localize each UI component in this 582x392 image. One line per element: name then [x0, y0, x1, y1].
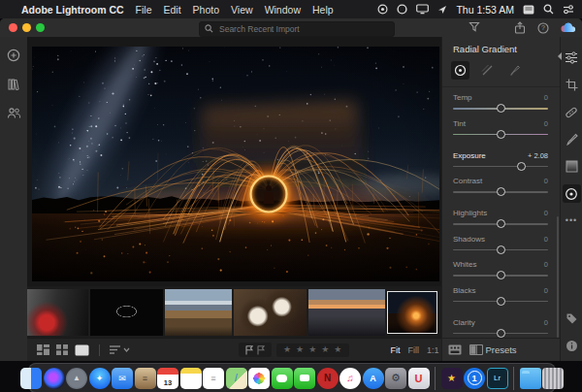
- spotlight-icon[interactable]: [543, 4, 554, 15]
- slider-track[interactable]: [453, 271, 548, 279]
- menu-help[interactable]: Help: [312, 4, 334, 16]
- grid-square-icon[interactable]: [56, 344, 68, 355]
- slider-track[interactable]: [453, 187, 548, 196]
- location-arrow-icon[interactable]: [437, 5, 447, 15]
- slider-knob[interactable]: [497, 329, 505, 338]
- grid-overlay-icon[interactable]: [448, 344, 462, 355]
- info-icon[interactable]: [563, 337, 581, 355]
- slider-track[interactable]: [453, 245, 548, 254]
- minimize-window-button[interactable]: [22, 23, 31, 32]
- dock-folder-icon[interactable]: [520, 368, 541, 389]
- slider-knob[interactable]: [497, 187, 505, 196]
- dock-facetime-icon[interactable]: [294, 368, 315, 389]
- dock-mail-icon[interactable]: ✉: [112, 368, 133, 389]
- thumb-coffee-cups[interactable]: [234, 289, 307, 336]
- zoom-mode-1-1[interactable]: 1:1: [427, 345, 439, 355]
- menu-window[interactable]: Window: [265, 4, 301, 16]
- star-icon[interactable]: ★: [334, 345, 342, 354]
- slider-track[interactable]: [453, 329, 548, 338]
- before-after-icon[interactable]: [469, 344, 483, 355]
- search-input[interactable]: [217, 23, 389, 35]
- star-icon[interactable]: ★: [308, 345, 317, 354]
- dock-reminders-icon[interactable]: ≡: [203, 368, 224, 389]
- dock-trash-icon[interactable]: [542, 368, 564, 389]
- dock-safari-icon[interactable]: ✦: [89, 368, 111, 389]
- menu-view[interactable]: View: [231, 4, 253, 16]
- display-icon[interactable]: [416, 4, 429, 15]
- linear-gradient-icon[interactable]: [563, 157, 581, 176]
- brush-tool-button[interactable]: [505, 61, 524, 80]
- dock-maps-icon[interactable]: /: [226, 368, 247, 389]
- slider-track[interactable]: [453, 130, 548, 139]
- slider-knob[interactable]: [497, 297, 505, 306]
- brush-icon[interactable]: [563, 130, 581, 148]
- filter-icon[interactable]: [469, 21, 480, 33]
- linear-gradient-tool-button[interactable]: [478, 61, 497, 80]
- thumb-red-sports-car[interactable]: [27, 289, 88, 336]
- dock-photos-icon[interactable]: [248, 368, 270, 389]
- slider-knob[interactable]: [497, 245, 505, 254]
- dock-magnet-icon[interactable]: U: [408, 368, 430, 389]
- thumb-light-painting[interactable]: [90, 289, 163, 336]
- app-status-icon[interactable]: [377, 4, 388, 15]
- dock-one-password-icon[interactable]: 1: [464, 368, 485, 389]
- more-options-icon[interactable]: •••: [563, 212, 581, 230]
- help-icon[interactable]: ?: [537, 22, 549, 34]
- app-menu-title[interactable]: Adobe Lightroom CC: [21, 4, 124, 16]
- thumb-steel-wool-fire[interactable]: [387, 291, 437, 334]
- close-window-button[interactable]: [9, 23, 17, 32]
- zoom-mode-fit[interactable]: Fit: [390, 345, 400, 355]
- dock-calendar-icon[interactable]: 13: [157, 368, 178, 389]
- dock-system-preferences-icon[interactable]: ⚙: [385, 368, 406, 389]
- dock-finder-icon[interactable]: [20, 368, 42, 389]
- healing-brush-icon[interactable]: [563, 103, 581, 121]
- single-photo-icon[interactable]: [75, 344, 89, 356]
- slider-knob[interactable]: [497, 271, 505, 279]
- add-photos-icon[interactable]: [7, 49, 20, 62]
- reject-flag-icon[interactable]: [257, 345, 265, 355]
- dock-video-editor-icon[interactable]: ★: [441, 368, 463, 389]
- slider-track[interactable]: [453, 162, 548, 171]
- dock-netflix-icon[interactable]: N: [317, 368, 339, 389]
- dock-siri-icon[interactable]: [44, 368, 65, 389]
- edit-sliders-icon[interactable]: [563, 49, 581, 67]
- radial-gradient-tool-button[interactable]: [451, 61, 469, 80]
- thumb-coastal-sunset[interactable]: [308, 289, 385, 336]
- menu-photo[interactable]: Photo: [193, 4, 219, 16]
- slider-track[interactable]: [453, 219, 548, 228]
- menu-file[interactable]: File: [136, 4, 152, 16]
- pick-flag-icon[interactable]: [245, 345, 253, 355]
- creative-cloud-icon[interactable]: [561, 22, 576, 33]
- dock-contacts-icon[interactable]: ≡: [135, 368, 156, 389]
- keyword-tag-icon[interactable]: [563, 310, 581, 328]
- record-icon[interactable]: [397, 4, 407, 15]
- photo-preview-steel-wool[interactable]: [32, 47, 439, 281]
- sort-icon[interactable]: [110, 345, 130, 354]
- notification-center-icon[interactable]: [563, 5, 574, 15]
- dock-music-icon[interactable]: ♫: [340, 368, 361, 389]
- panel-scrollbar[interactable]: [557, 216, 559, 338]
- slider-knob[interactable]: [517, 162, 526, 171]
- input-source-icon[interactable]: [523, 5, 534, 15]
- dock-launchpad-icon[interactable]: ▲: [66, 368, 87, 389]
- radial-gradient-icon[interactable]: [563, 184, 581, 203]
- dock-messages-icon[interactable]: [272, 368, 293, 389]
- people-icon[interactable]: [7, 107, 21, 119]
- slider-knob[interactable]: [497, 130, 505, 139]
- zoom-mode-fill[interactable]: Fill: [407, 345, 419, 355]
- albums-icon[interactable]: [7, 78, 20, 91]
- star-icon[interactable]: ★: [321, 345, 330, 354]
- grid-mosaic-icon[interactable]: [37, 344, 49, 355]
- star-icon[interactable]: ★: [283, 345, 292, 354]
- slider-knob[interactable]: [497, 219, 505, 228]
- thumb-mountain-landscape[interactable]: [165, 289, 232, 336]
- menu-edit[interactable]: Edit: [164, 4, 181, 16]
- dock-notes-icon[interactable]: [180, 368, 202, 389]
- search-field[interactable]: [199, 21, 395, 37]
- crop-icon[interactable]: [563, 76, 581, 94]
- slider-track[interactable]: [453, 297, 548, 306]
- dock-lightroom-icon[interactable]: Lr: [487, 368, 508, 389]
- slider-track[interactable]: [453, 104, 548, 113]
- slider-knob[interactable]: [497, 104, 505, 113]
- share-icon[interactable]: [514, 21, 526, 34]
